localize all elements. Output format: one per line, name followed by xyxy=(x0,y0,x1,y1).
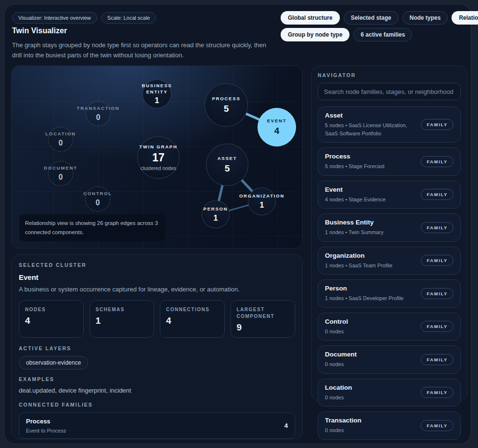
stat-value: 1 xyxy=(96,316,148,326)
family-badge: FAMILY xyxy=(421,222,453,233)
navigator-item-name: Organization xyxy=(325,252,396,259)
navigator-item-info: Person1 nodes • SaaS Developer Profile xyxy=(325,285,407,303)
navigator-item-asset[interactable]: Asset5 nodes • SaaS License Utilization,… xyxy=(318,106,461,143)
connected-family-process[interactable]: ProcessEvent to Process4 xyxy=(19,412,295,439)
navigator-item-info: Control0 nodes xyxy=(325,318,348,336)
navigator-item-info: Asset5 nodes • SaaS License Utilization,… xyxy=(325,112,421,137)
node-subtext: clustered nodes xyxy=(141,165,176,171)
family-badge: FAMILY xyxy=(421,321,453,332)
node-label: CONTROL xyxy=(83,191,112,197)
twin-visualizer-window: Visualizer: Interactive overview Scale: … xyxy=(4,4,471,444)
navigator-item-info: Business Entity1 nodes • Twin Summary xyxy=(325,219,388,237)
family-badge: FAMILY xyxy=(421,156,453,167)
graph-node-control[interactable]: CONTROL0 xyxy=(85,186,110,211)
stat-label: CONNECTIONS xyxy=(166,306,219,313)
navigator-item-meta: 5 nodes • SaaS License Utilization, SaaS… xyxy=(325,121,421,137)
navigator-item-meta: 4 nodes • Stage Evidence xyxy=(325,196,389,204)
connected-families-list: ProcessEvent to Process4 xyxy=(19,412,295,439)
family-badge: FAMILY xyxy=(421,387,453,398)
navigator-item-transaction[interactable]: Transaction0 nodesFAMILY xyxy=(318,411,461,440)
graph-node-business-entity[interactable]: BUSINESSENTITY1 xyxy=(142,79,171,108)
navigator-item-process[interactable]: Process5 nodes • Stage ForecastFAMILY xyxy=(318,147,461,176)
visualizer-mode-badge: Visualizer: Interactive overview xyxy=(12,12,97,24)
node-count: 4 xyxy=(274,126,280,136)
page-title: Twin Visualizer xyxy=(12,26,67,35)
navigator-item-name: Document xyxy=(325,351,357,358)
navigator-item-meta: 1 nodes • SaaS Developer Profile xyxy=(325,294,407,303)
scale-badge: Scale: Local scale xyxy=(101,12,156,24)
family-badge: FAMILY xyxy=(421,189,453,200)
navigator-item-person[interactable]: Person1 nodes • SaaS Developer ProfileFA… xyxy=(318,279,461,308)
navigator-item-meta: 0 nodes xyxy=(325,360,357,369)
navigator-item-location[interactable]: Location0 nodesFAMILY xyxy=(318,379,461,407)
navigator-item-name: Person xyxy=(325,285,407,292)
graph-node-asset[interactable]: ASSET5 xyxy=(206,144,248,186)
navigator-item-info: Process5 nodes • Stage Forecast xyxy=(325,153,388,171)
stat-card-nodes: NODES4 xyxy=(19,300,84,338)
node-count: 5 xyxy=(224,104,229,114)
graph-node-document[interactable]: DOCUMENT0 xyxy=(48,161,73,186)
stat-label: NODES xyxy=(25,306,78,313)
toggle-group-by-node-type[interactable]: Group by node type xyxy=(281,28,349,41)
relationship-status-note: Relationship view is showing 26 graph ed… xyxy=(19,214,166,241)
node-count: 0 xyxy=(59,139,63,147)
node-count: 0 xyxy=(96,113,101,122)
family-badge: FAMILY xyxy=(421,288,453,299)
navigator-item-event[interactable]: Event4 nodes • Stage EvidenceFAMILY xyxy=(318,181,461,209)
toggle-selected-stage[interactable]: Selected stage xyxy=(344,11,399,25)
stat-label: LARGEST COMPONENT xyxy=(237,306,289,320)
graph-node-process[interactable]: PROCESS5 xyxy=(205,83,248,127)
navigator-item-control[interactable]: Control0 nodesFAMILY xyxy=(318,313,461,341)
stat-card-schemas: SCHEMAS1 xyxy=(90,300,155,338)
node-label: ASSET xyxy=(218,156,237,162)
toggle-node-types[interactable]: Node types xyxy=(402,11,448,25)
node-label: TWIN GRAPH xyxy=(139,144,177,150)
navigator-search-input[interactable] xyxy=(318,83,461,100)
connected-family-count: 4 xyxy=(284,422,288,429)
view-toggle-row-1: Global structureSelected stageNode types… xyxy=(281,11,478,25)
navigator-item-meta: 1 nodes • SaaS Team Profile xyxy=(325,262,396,270)
page-description: The graph stays grouped by node type fir… xyxy=(12,40,276,61)
navigator-item-name: Control xyxy=(325,318,348,325)
connected-families-label: CONNECTED FAMILIES xyxy=(19,402,295,408)
family-badge: FAMILY xyxy=(421,354,453,365)
toggle-relationships[interactable]: Relationships xyxy=(452,11,478,25)
graph-node-twin-graph[interactable]: TWIN GRAPH17clustered nodes xyxy=(137,136,180,179)
layer-pill-observation-evidence[interactable]: observation-evidence xyxy=(19,356,88,369)
navigator-item-document[interactable]: Document0 nodesFAMILY xyxy=(318,345,461,374)
node-label: TRANSACTION xyxy=(77,105,120,112)
node-label: DOCUMENT xyxy=(44,165,77,171)
graph-node-event[interactable]: EVENT4 xyxy=(258,108,296,146)
family-badge: FAMILY xyxy=(421,255,453,266)
view-toggle-row-2: Group by node type6 active families xyxy=(281,28,478,41)
node-count: 1 xyxy=(155,96,159,105)
selected-cluster-label: SELECTED CLUSTER xyxy=(19,262,295,268)
navigator-label: NAVIGATOR xyxy=(318,72,461,78)
navigator-item-organization[interactable]: Organization1 nodes • SaaS Team ProfileF… xyxy=(318,247,461,275)
graph-node-transaction[interactable]: TRANSACTION0 xyxy=(86,101,111,126)
navigator-item-meta: 0 nodes xyxy=(325,328,348,336)
graph-node-person[interactable]: PERSON1 xyxy=(202,200,230,228)
node-count: 0 xyxy=(59,173,63,182)
stat-label: SCHEMAS xyxy=(96,306,148,313)
examples-label: EXAMPLES xyxy=(19,376,295,382)
graph-node-organization[interactable]: ORGANIZATION1 xyxy=(248,187,276,215)
node-label: PERSON xyxy=(204,206,228,212)
toggle-global-structure[interactable]: Global structure xyxy=(281,11,340,25)
navigator-item-business-entity[interactable]: Business Entity1 nodes • Twin SummaryFAM… xyxy=(318,213,461,242)
node-label: BUSINESSENTITY xyxy=(142,83,172,95)
examples-text: deal.updated, device fingerprint, incide… xyxy=(19,387,295,394)
navigator-item-meta: 0 nodes xyxy=(325,394,352,402)
node-count: 17 xyxy=(152,151,165,164)
stat-value: 4 xyxy=(25,316,78,326)
active-layers-label: ACTIVE LAYERS xyxy=(19,345,295,351)
cluster-title: Event xyxy=(19,273,295,281)
toggle-6-active-families[interactable]: 6 active families xyxy=(353,28,412,41)
graph-node-location[interactable]: LOCATION0 xyxy=(48,127,73,152)
navigator-item-meta: 0 nodes xyxy=(325,426,362,435)
view-controls: Global structureSelected stageNode types… xyxy=(281,11,478,41)
stat-card-largest-component: LARGEST COMPONENT9 xyxy=(231,300,296,338)
connected-family-name: Process xyxy=(26,418,66,425)
navigator-item-name: Asset xyxy=(325,112,421,119)
navigator-item-name: Business Entity xyxy=(325,219,388,226)
